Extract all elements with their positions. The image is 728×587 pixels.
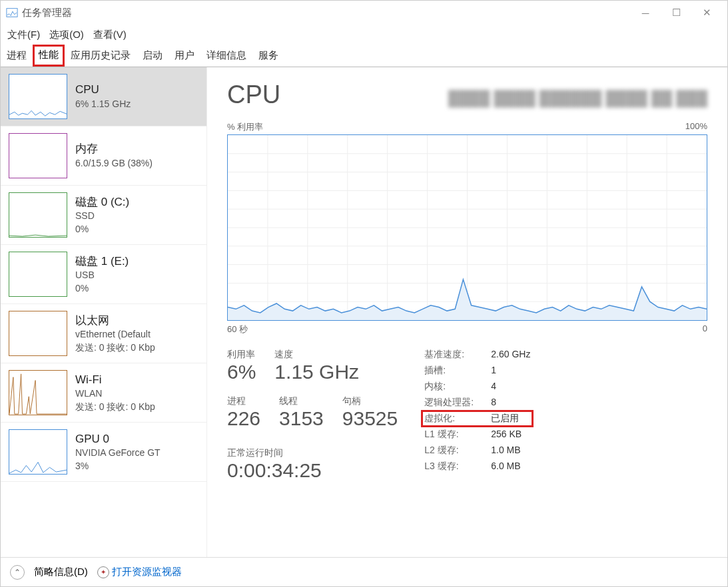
uptime-value: 0:00:34:25	[227, 459, 398, 482]
sidebar-disk1-title: 磁盘 1 (E:)	[75, 254, 129, 270]
cores-label: 内核:	[424, 381, 491, 393]
tab-history[interactable]: 应用历史记录	[65, 45, 137, 67]
util-label: 利用率	[227, 349, 256, 361]
l3-label: L3 缓存:	[424, 461, 491, 473]
chart-ymax: 100%	[685, 121, 707, 133]
footer: ⌃ 简略信息(D) ✦ 打开资源监视器	[1, 557, 727, 586]
titlebar[interactable]: 任务管理器 ─ ☐ ✕	[1, 1, 727, 25]
window-title: 任务管理器	[22, 7, 72, 19]
sidebar-gpu-title: GPU 0	[75, 431, 161, 447]
sidebar-cpu-sub: 6% 1.15 GHz	[75, 98, 131, 111]
tabbar: 进程 性能 应用历史记录 启动 用户 详细信息 服务	[1, 45, 727, 67]
page-title: CPU	[227, 81, 280, 109]
virtualization-value: 已启用	[491, 413, 519, 425]
sidebar-mem-sub: 6.0/15.9 GB (38%)	[75, 157, 153, 170]
thread-value: 3153	[279, 407, 324, 430]
disk1-thumb	[9, 252, 67, 297]
compass-icon: ✦	[97, 566, 109, 578]
l3-value: 6.0 MB	[491, 461, 520, 473]
open-resource-monitor-link[interactable]: 打开资源监视器	[112, 566, 182, 578]
cpu-chart	[227, 134, 707, 321]
thread-label: 线程	[279, 395, 324, 407]
sidebar-mem-title: 内存	[75, 141, 153, 157]
task-manager-window: 任务管理器 ─ ☐ ✕ 文件(F) 选项(O) 查看(V) 进程 性能 应用历史…	[0, 0, 728, 587]
sidebar-item-disk1[interactable]: 磁盘 1 (E:) USB 0%	[1, 245, 206, 304]
sidebar-item-disk0[interactable]: 磁盘 0 (C:) SSD 0%	[1, 186, 206, 245]
sidebar-wifi-sub1: WLAN	[75, 387, 155, 401]
l1-label: L1 缓存:	[424, 429, 491, 441]
sidebar-disk0-title: 磁盘 0 (C:)	[75, 194, 129, 210]
ethernet-thumb	[9, 311, 67, 356]
sidebar[interactable]: CPU 6% 1.15 GHz 内存 6.0/15.9 GB (38%) 磁盘 …	[1, 67, 207, 557]
menu-view[interactable]: 查看(V)	[93, 29, 127, 41]
menu-file[interactable]: 文件(F)	[7, 29, 40, 41]
proc-value: 226	[227, 407, 260, 430]
disk0-thumb	[9, 192, 67, 238]
sidebar-disk1-sub2: 0%	[75, 282, 129, 295]
util-value: 6%	[227, 361, 256, 383]
simple-view-button[interactable]: 简略信息(D)	[34, 566, 88, 578]
base-speed-value: 2.60 GHz	[491, 349, 530, 361]
speed-label: 速度	[274, 349, 359, 361]
proc-label: 进程	[227, 395, 260, 407]
tab-details[interactable]: 详细信息	[200, 45, 252, 67]
main-panel: CPU ████ ████ ██████ ████ ██ ███ % 利用率 1…	[207, 67, 727, 557]
sidebar-gpu-sub1: NVIDIA GeForce GT	[75, 447, 161, 460]
tab-users[interactable]: 用户	[169, 45, 200, 67]
sidebar-eth-sub2: 发送: 0 接收: 0 Kbp	[75, 341, 155, 355]
menu-options[interactable]: 选项(O)	[49, 29, 84, 41]
logical-label: 逻辑处理器:	[424, 397, 491, 409]
tab-services[interactable]: 服务	[252, 45, 284, 67]
sidebar-item-memory[interactable]: 内存 6.0/15.9 GB (38%)	[1, 126, 206, 186]
sidebar-item-gpu[interactable]: GPU 0 NVIDIA GeForce GT 3%	[1, 423, 206, 482]
sidebar-wifi-title: Wi-Fi	[75, 372, 155, 388]
logical-value: 8	[491, 397, 496, 409]
l1-value: 256 KB	[491, 429, 522, 441]
sidebar-disk1-sub1: USB	[75, 269, 129, 282]
handle-label: 句柄	[342, 395, 398, 407]
gpu-thumb	[9, 429, 67, 475]
handle-value: 93525	[342, 407, 398, 430]
virtualization-label: 虚拟化:	[424, 413, 491, 425]
sockets-label: 插槽:	[424, 365, 491, 377]
app-icon	[6, 7, 18, 19]
speed-value: 1.15 GHz	[274, 361, 359, 383]
sidebar-eth-title: 以太网	[75, 313, 155, 329]
l2-label: L2 缓存:	[424, 445, 491, 457]
sidebar-disk0-sub1: SSD	[75, 210, 129, 223]
tab-processes[interactable]: 进程	[1, 45, 33, 67]
chart-xright: 0	[703, 323, 707, 335]
chart-ylabel: % 利用率	[227, 121, 263, 133]
tab-startup[interactable]: 启动	[137, 45, 169, 67]
tab-performance[interactable]: 性能	[33, 45, 65, 67]
sidebar-disk0-sub2: 0%	[75, 223, 129, 236]
chart-xleft: 60 秒	[227, 323, 248, 335]
uptime-label: 正常运行时间	[227, 447, 398, 459]
maximize-button[interactable]: ☐	[661, 2, 691, 23]
menubar: 文件(F) 选项(O) 查看(V)	[1, 25, 727, 45]
sidebar-cpu-title: CPU	[75, 82, 131, 98]
wifi-thumb	[9, 370, 67, 415]
sidebar-item-cpu[interactable]: CPU 6% 1.15 GHz	[1, 67, 206, 126]
sidebar-eth-sub1: vEthernet (Default	[75, 328, 155, 341]
cores-value: 4	[491, 381, 496, 393]
l2-value: 1.0 MB	[491, 445, 520, 457]
sidebar-gpu-sub2: 3%	[75, 460, 161, 473]
cpu-thumb	[9, 74, 67, 119]
memory-thumb	[9, 133, 67, 178]
close-button[interactable]: ✕	[691, 2, 722, 23]
sidebar-item-ethernet[interactable]: 以太网 vEthernet (Default 发送: 0 接收: 0 Kbp	[1, 304, 206, 363]
sockets-value: 1	[491, 365, 496, 377]
cpu-model-blurred: ████ ████ ██████ ████ ██ ███	[280, 90, 707, 107]
base-speed-label: 基准速度:	[424, 349, 491, 361]
chevron-up-icon[interactable]: ⌃	[10, 565, 25, 580]
content: CPU 6% 1.15 GHz 内存 6.0/15.9 GB (38%) 磁盘 …	[1, 67, 727, 557]
minimize-button[interactable]: ─	[630, 2, 661, 23]
sidebar-item-wifi[interactable]: Wi-Fi WLAN 发送: 0 接收: 0 Kbp	[1, 363, 206, 423]
sidebar-wifi-sub2: 发送: 0 接收: 0 Kbp	[75, 401, 155, 414]
